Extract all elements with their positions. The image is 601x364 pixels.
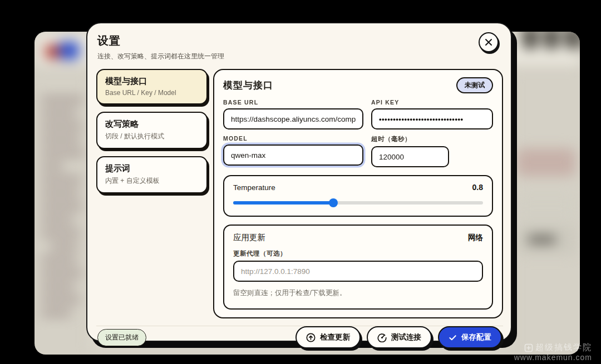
footer-buttons: 检查更新 测试连接 保存配置 <box>295 326 502 348</box>
api-key-input[interactable] <box>371 108 493 129</box>
network-tag: 网络 <box>468 233 483 243</box>
background-text-line <box>41 257 77 262</box>
dialog-subtitle: 连接、改写策略、提示词都在这里统一管理 <box>97 52 503 61</box>
model-label: MODEL <box>223 135 363 142</box>
close-icon <box>485 38 492 46</box>
sidebar-item-title: 改写策略 <box>105 119 199 129</box>
background-text-line <box>41 124 82 129</box>
sidebar-item-subtitle: Base URL / Key / Model <box>105 89 199 97</box>
background-text-line <box>41 97 83 102</box>
base-url-field-group: BASE URL <box>223 99 363 129</box>
background-text-line <box>41 231 80 236</box>
background-text-line <box>41 137 80 142</box>
background-toolbar-button <box>543 32 560 49</box>
test-connection-button[interactable]: 测试连接 <box>367 326 432 348</box>
save-config-label: 保存配置 <box>461 332 491 342</box>
screen: 设置 连接、改写策略、提示词都在这里统一管理 模型与接口 Base URL / … <box>0 0 601 364</box>
dialog-body: 模型与接口 Base URL / Key / Model 改写策略 切段 / 默… <box>96 69 503 318</box>
sidebar-item-title: 提示词 <box>105 163 199 174</box>
model-api-panel: 模型与接口 未测试 BASE URL API KEY MODEL <box>213 69 503 318</box>
close-button[interactable] <box>479 32 499 52</box>
save-config-button[interactable]: 保存配置 <box>438 326 502 348</box>
api-key-field-group: API KEY <box>371 99 493 129</box>
base-url-label: BASE URL <box>223 99 363 106</box>
settings-sidebar: 模型与接口 Base URL / Key / Model 改写策略 切段 / 默… <box>96 69 208 318</box>
timeout-label: 超时（毫秒） <box>371 135 493 143</box>
temperature-slider-fill <box>233 201 333 205</box>
background-card <box>516 194 575 223</box>
model-field-group: MODEL <box>223 135 363 167</box>
background-text-line <box>41 111 77 116</box>
timeout-input[interactable] <box>371 146 449 167</box>
watermark-text: 超级搞钱学院 <box>535 342 592 353</box>
model-input[interactable] <box>223 144 363 166</box>
background-card <box>516 225 575 255</box>
sidebar-item-title: 模型与接口 <box>105 76 199 87</box>
temperature-slider[interactable] <box>233 198 483 207</box>
sidebar-item-subtitle: 内置 + 自定义模板 <box>105 176 199 186</box>
temperature-header: Temperature 0.8 <box>233 183 483 192</box>
check-update-button[interactable]: 检查更新 <box>295 326 361 348</box>
base-url-input[interactable] <box>223 108 363 129</box>
background-text-line <box>41 191 79 196</box>
background-card <box>516 148 575 176</box>
dialog-header: 设置 连接、改写策略、提示词都在这里统一管理 <box>96 31 503 61</box>
settings-ready-badge: 设置已就绪 <box>97 329 146 346</box>
temperature-slider-thumb[interactable] <box>329 198 338 207</box>
background-text-line <box>41 271 82 276</box>
proxy-label: 更新代理（可选） <box>233 250 483 258</box>
temperature-label: Temperature <box>233 183 275 192</box>
api-key-label: API KEY <box>371 99 493 106</box>
test-connection-label: 测试连接 <box>391 332 421 342</box>
panel-title: 模型与接口 <box>223 79 273 92</box>
background-text-line <box>41 151 85 156</box>
background-text-line <box>41 204 82 209</box>
watermark-logo-icon <box>524 343 533 352</box>
app-update-panel: 应用更新 网络 更新代理（可选） 留空则直连；仅用于检查/下载更新。 <box>223 225 493 310</box>
update-proxy-input[interactable] <box>233 261 483 282</box>
sidebar-item-subtitle: 切段 / 默认执行模式 <box>105 132 199 141</box>
background-logo <box>46 45 61 58</box>
connection-fields: BASE URL API KEY MODEL 超时（毫秒） <box>223 99 493 167</box>
dialog-footer: 设置已就绪 检查更新 测试连接 <box>96 326 503 351</box>
check-update-label: 检查更新 <box>320 332 350 342</box>
watermark: 超级搞钱学院 www.makemun.com <box>514 342 592 362</box>
dialog-title: 设置 <box>97 33 503 48</box>
temperature-panel: Temperature 0.8 <box>223 175 493 217</box>
panel-header: 模型与接口 未测试 <box>223 77 493 93</box>
background-toolbar-button <box>522 32 539 49</box>
watermark-url: www.makemun.com <box>514 353 592 362</box>
update-header: 应用更新 网络 <box>233 232 483 243</box>
background-text-line <box>41 217 73 222</box>
settings-dialog: 设置 连接、改写策略、提示词都在这里统一管理 模型与接口 Base URL / … <box>86 22 512 342</box>
background-button <box>528 235 556 244</box>
gauge-icon <box>377 333 387 342</box>
background-text-line <box>41 311 71 316</box>
sidebar-item-rewrite-strategy[interactable]: 改写策略 切段 / 默认执行模式 <box>96 112 208 149</box>
background-text-line <box>41 177 81 182</box>
check-icon <box>449 333 457 342</box>
background-text-line <box>50 244 78 249</box>
background-text-line <box>41 164 63 169</box>
timeout-field-group: 超时（毫秒） <box>371 135 493 167</box>
sidebar-item-model-api[interactable]: 模型与接口 Base URL / Key / Model <box>96 69 208 104</box>
update-title: 应用更新 <box>233 232 265 243</box>
temperature-value: 0.8 <box>472 183 483 192</box>
proxy-helper-text: 留空则直连；仅用于检查/下载更新。 <box>233 288 483 300</box>
status-badge: 未测试 <box>456 77 493 93</box>
background-toolbar-button <box>564 32 580 49</box>
background-text-line <box>41 297 80 302</box>
background-logo <box>59 42 79 59</box>
sidebar-item-prompts[interactable]: 提示词 内置 + 自定义模板 <box>96 156 208 193</box>
background-text-line <box>41 284 75 289</box>
arrow-up-circle-icon <box>306 333 316 342</box>
